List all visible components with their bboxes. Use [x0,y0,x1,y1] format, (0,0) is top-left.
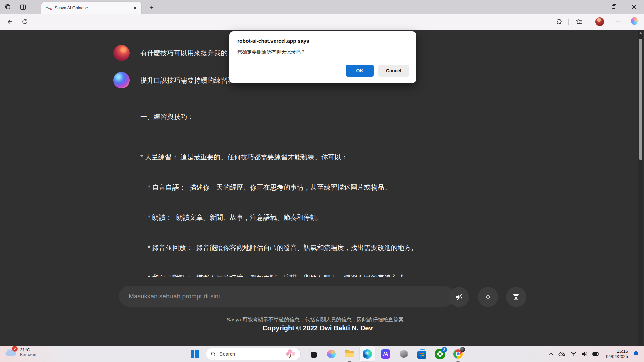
trash-icon [512,293,520,301]
tray-clock[interactable]: 16:16 04/04/2025 [606,349,628,359]
confirm-dialog: robot-ai-chat.vercel.app says 您确定要删除所有聊天… [229,31,416,83]
weather-temp: 31°C [20,347,36,352]
volume-icon[interactable] [582,351,588,356]
edge-taskbar-button[interactable] [362,349,373,359]
user-avatar [113,45,130,61]
folder-icon [345,350,354,358]
onedrive-offline-icon[interactable] [558,351,565,357]
wifi-icon[interactable] [570,351,577,356]
paragraph: * 朗讀： 朗讀文章、新聞、故事，注意語氣、節奏和停頓。 [140,212,532,222]
file-explorer-button[interactable] [344,349,354,359]
desktop-screen: Sasya AI Chinese + https://robot-ai-chat… [0,0,644,362]
dialog-message: 您确定要删除所有聊天记录吗？ [237,49,409,55]
disclaimer-text: Sasya 可能會顯示不準確的信息，包括有關人員的信息，因此請仔細檢查答案。 [0,316,635,323]
taskbar-search[interactable]: Search [206,348,301,360]
minimize-button[interactable] [584,0,604,14]
dialog-title: robot-ai-chat.vercel.app says [237,38,409,44]
weather-desc: Berawan [20,352,36,357]
theme-toggle-button[interactable] [478,287,498,307]
tab-title: Sasya AI Chinese [55,6,132,10]
microsoft-store-button[interactable] [417,349,427,359]
tray-date: 04/04/2025 [606,354,628,359]
speaker-muted-icon [455,293,463,301]
weather-widget[interactable]: 2 31°C Berawan [5,347,36,357]
tab-close-icon[interactable] [132,5,138,11]
paragraph: * 錄音並回放： 錄音能讓你客觀地評估自己的發音、語氣和流暢度，找出需要改進的地… [140,243,532,253]
bot-avatar [113,72,130,88]
weather-badge: 2 [12,346,18,352]
windows-logo-icon [191,350,199,358]
restore-button[interactable] [604,0,624,14]
tray-chevron-icon[interactable] [549,352,554,356]
close-button[interactable] [624,0,644,14]
bot-message-body: 一、練習與技巧： * 大量練習： 這是最重要的。任何技巧都需要練習才能熟練。你可… [140,92,532,277]
start-button[interactable] [190,349,200,359]
paragraph: * 和自己對話： 模擬不同的情境，例如面試、演講、與朋友聊天，練習不同的表達方式… [140,273,532,277]
alight-motion-button[interactable]: /A [381,349,391,359]
paragraph: * 自言自語： 描述你一天的經歷、你正在思考的事情，甚至練習描述圖片或物品。 [140,182,532,192]
running-indicator [348,361,351,362]
system-tray: 16:16 04/04/2025 [546,346,641,362]
tab-favicon-icon [46,6,52,10]
new-tab-button[interactable]: + [147,3,157,13]
favorites-icon[interactable] [576,18,583,25]
taskbar-center: Search /A [186,346,467,362]
chat-message-user: 有什麼技巧可以用來提升我的 [113,45,228,61]
taskbar: 2 31°C Berawan Search [0,346,644,362]
copilot-taskbar-icon [327,350,336,358]
battery-icon[interactable] [592,352,600,356]
browser-tab[interactable]: Sasya AI Chinese [41,2,141,14]
copyright-text: Copyright © 2022 Dwi Bakti N. Dev [0,324,635,332]
ok-button[interactable]: OK [346,65,374,77]
tab-strip: Sasya AI Chinese + [0,0,644,14]
prompt-input[interactable] [119,286,454,307]
copilot-taskbar-button[interactable] [326,349,336,359]
refresh-icon[interactable] [21,18,28,25]
paragraph: * 大量練習： 這是最重要的。任何技巧都需要練習才能熟練。你可以： [140,152,532,162]
copilot-icon[interactable] [631,18,638,24]
hexagon-app-icon [399,350,408,358]
window-controls [584,0,644,14]
blossom-icon [285,349,296,359]
mute-button[interactable] [449,287,469,307]
extensions-icon[interactable] [556,18,562,25]
user-message-text: 有什麼技巧可以用來提升我的 [140,49,228,58]
browser-toolbar: https://robot-ai-chat.vercel.app/Chinese… [0,14,644,30]
cloud-weather-icon: 2 [5,347,17,357]
xbox-badge: 2 [441,347,447,353]
scrollbar-up-arrow[interactable] [639,32,642,34]
dialog-buttons: OK Cancel [237,65,409,77]
page-scrollbar[interactable] [638,30,643,346]
chrome-profile-overlay [460,347,465,352]
settings-menu-icon[interactable]: ⋯ [615,18,622,25]
back-icon[interactable] [6,18,13,25]
slash-a-app-icon: /A [381,349,390,359]
chat-message-bot: 提升口說技巧需要持續的練習和 [113,72,234,88]
store-icon [417,351,426,359]
profile-avatar[interactable] [595,17,604,26]
tab-actions-icon[interactable] [19,3,27,11]
workspaces-icon[interactable] [4,3,12,11]
running-indicator [457,361,460,362]
search-label: Search [219,351,285,357]
scrollbar-thumb[interactable] [639,39,642,160]
edge-icon [363,349,372,359]
paragraph: 一、練習與技巧： [140,112,532,122]
xbox-button[interactable]: 2 [435,349,445,359]
cancel-button[interactable]: Cancel [378,65,409,77]
task-view-button[interactable] [308,349,318,359]
tray-time: 16:16 [606,349,628,354]
hexagon-app-button[interactable] [399,349,409,359]
task-view-icon [309,350,317,358]
notification-bell-icon[interactable] [633,351,639,357]
bot-message-text: 提升口說技巧需要持續的練習和 [140,76,234,85]
search-icon [211,351,216,357]
sun-icon [484,293,492,301]
clear-chat-button[interactable] [506,287,526,307]
chrome-button[interactable] [453,349,463,359]
toolbar-divider [568,19,569,25]
